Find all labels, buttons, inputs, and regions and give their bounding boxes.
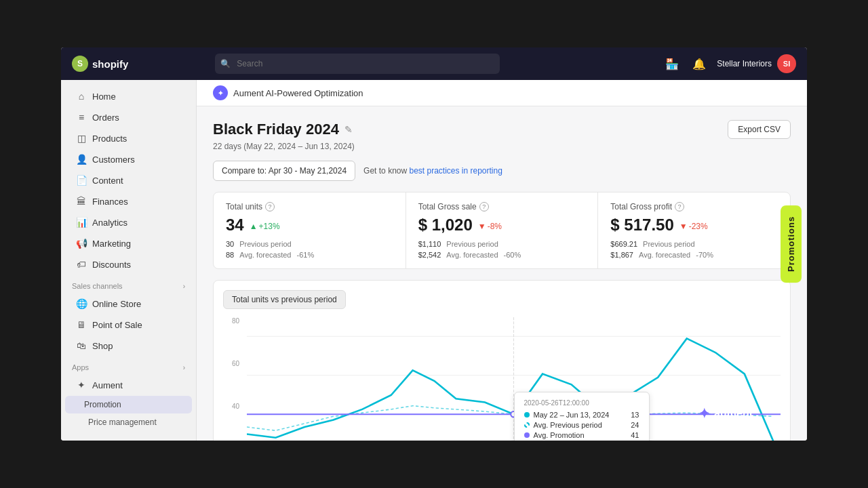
- chart-container: 80 60 40 20: [223, 317, 781, 441]
- sidebar-item-orders[interactable]: ≡ Orders: [65, 107, 192, 127]
- tooltip-value-2: 41: [631, 431, 639, 439]
- page-title-left: Black Friday 2024 ✎: [213, 121, 353, 138]
- shopify-logo: S shopify: [72, 56, 128, 72]
- sidebar-label-content: Content: [92, 176, 123, 186]
- stat-change-gross-profit: ▼ -23%: [679, 222, 708, 231]
- home-icon: ⌂: [76, 91, 87, 102]
- aument-header-bar: ✦ Aument AI-Powered Optimization: [197, 80, 807, 106]
- sidebar-item-customers[interactable]: 👤 Customers: [65, 149, 192, 169]
- user-badge[interactable]: Stellar Interiors SI: [717, 54, 796, 73]
- stat-value-gross-sale: $ 1,020: [418, 216, 473, 235]
- analytics-icon: 📊: [76, 217, 87, 228]
- sidebar-item-home[interactable]: ⌂ Home: [65, 86, 192, 106]
- sidebar-item-products[interactable]: ◫ Products: [65, 128, 192, 148]
- sidebar-item-content[interactable]: 📄 Content: [65, 170, 192, 190]
- sales-channels-label: Sales channels: [72, 282, 123, 290]
- sidebar-label-products: Products: [92, 134, 127, 144]
- stat-detail-gross-profit-forecast: $1,867 Avg. forecasted -70%: [610, 251, 778, 259]
- sidebar-item-finances[interactable]: 🏛 Finances: [65, 191, 192, 211]
- apps-label: Apps: [72, 363, 89, 371]
- promotion-label: Promotion: [84, 400, 121, 409]
- price-management-label: Price management: [88, 418, 157, 427]
- tooltip-row-2: Avg. Promotion 41: [524, 431, 639, 439]
- online-store-icon: 🌐: [76, 298, 87, 309]
- marketing-icon: 📢: [76, 238, 87, 249]
- sidebar-label-online-store: Online Store: [92, 299, 141, 309]
- stat-value-gross-profit: $ 517.50: [610, 216, 673, 235]
- sidebar-label-discounts: Discounts: [92, 260, 131, 270]
- stat-detail-gross-profit-prev: $669.21 Previous period: [610, 240, 778, 248]
- sidebar-item-point-of-sale[interactable]: 🖥 Point of Sale: [65, 314, 192, 335]
- stat-detail-units-prev: 30 Previous period: [226, 240, 393, 248]
- gross-sale-help-icon[interactable]: ?: [479, 202, 489, 211]
- store-icon[interactable]: 🏪: [663, 54, 682, 73]
- sidebar-item-analytics[interactable]: 📊 Analytics: [65, 212, 192, 232]
- aument-header-title: Aument AI-Powered Optimization: [233, 88, 363, 98]
- aument-brand-label: aument: [714, 407, 753, 420]
- sales-channels-expand-icon[interactable]: ›: [183, 283, 185, 290]
- stat-detail-gross-sale-prev: $1,110 Previous period: [418, 240, 586, 248]
- export-csv-button[interactable]: Export CSV: [728, 120, 791, 139]
- compare-bar: Compare to: Apr 30 - May 21,2024 Get to …: [213, 161, 791, 181]
- shopify-logo-icon: S: [72, 56, 88, 72]
- sidebar-label-home: Home: [92, 92, 116, 102]
- sidebar-item-discounts[interactable]: 🏷 Discounts: [65, 254, 192, 274]
- tooltip-dot-2: [524, 432, 530, 438]
- aument-bottom-branding: ✦ aument: [698, 405, 753, 422]
- stat-change-gross-sale: ▼ -8%: [478, 222, 502, 231]
- shop-icon: 🛍: [76, 340, 87, 351]
- stat-card-units: Total units ? 34 ▲ +13%: [214, 192, 406, 268]
- search-bar-wrapper: 🔍: [215, 54, 500, 74]
- edit-title-icon[interactable]: ✎: [344, 124, 353, 135]
- units-help-icon[interactable]: ?: [265, 202, 275, 211]
- search-icon: 🔍: [220, 59, 231, 68]
- aument-star-icon: ✦: [698, 405, 710, 422]
- sidebar-label-aument: Aument: [92, 380, 123, 390]
- best-practices-link[interactable]: best practices in reporting: [409, 166, 502, 176]
- sidebar-label-point-of-sale: Point of Sale: [92, 320, 142, 330]
- date-range-text: 22 days (May 22, 2024 – Jun 13, 2024): [213, 142, 791, 151]
- page-title-row: Black Friday 2024 ✎ Export CSV: [213, 120, 791, 139]
- y-label-60: 60: [232, 360, 239, 367]
- gross-profit-help-icon[interactable]: ?: [675, 202, 684, 211]
- sidebar-item-price-management[interactable]: Price management: [61, 414, 196, 430]
- sidebar-label-customers: Customers: [92, 155, 135, 165]
- sidebar-item-shop[interactable]: 🛍 Shop: [65, 336, 192, 356]
- apps-expand-icon[interactable]: ›: [183, 364, 185, 371]
- tooltip-row-1: Avg. Previous period 24: [524, 421, 639, 429]
- stat-card-gross-profit: Total Gross profit ? $ 517.50 ▼ -23%: [598, 192, 790, 268]
- chart-svg-wrapper: 2020-05-26T12:00:00 May 22 – Jun 13, 202…: [247, 317, 781, 441]
- tooltip-label-2: Avg. Promotion: [534, 431, 585, 439]
- customers-icon: 👤: [76, 154, 87, 165]
- tooltip-row-0: May 22 – Jun 13, 2024 13: [524, 411, 639, 419]
- sidebar-label-shop: Shop: [92, 341, 113, 351]
- aument-icon: ✦: [76, 380, 87, 390]
- finances-icon: 🏛: [76, 196, 87, 207]
- stat-detail-units-forecast: 88 Avg. forecasted -61%: [226, 251, 393, 259]
- sidebar-label-finances: Finances: [92, 197, 128, 207]
- chart-tab-button[interactable]: Total units vs previous period: [223, 290, 346, 309]
- stat-change-units: ▲ +13%: [250, 222, 280, 231]
- compare-button[interactable]: Compare to: Apr 30 - May 21,2024: [213, 161, 355, 181]
- stat-detail-gross-sale-forecast: $2,542 Avg. forecasted -60%: [418, 251, 586, 259]
- notification-icon[interactable]: 🔔: [690, 54, 709, 73]
- sidebar-item-online-store[interactable]: 🌐 Online Store: [65, 293, 192, 314]
- sidebar-item-aument[interactable]: ✦ Aument: [65, 375, 192, 395]
- apps-section: Apps ›: [61, 357, 196, 374]
- chart-header: Total units vs previous period: [223, 290, 781, 309]
- tooltip-dot-1: [524, 422, 530, 428]
- aument-header-icon: ✦: [213, 85, 228, 100]
- tooltip-dot-0: [524, 412, 530, 418]
- tooltip-value-0: 13: [631, 411, 639, 419]
- sidebar-item-marketing[interactable]: 📢 Marketing: [65, 233, 192, 253]
- search-input[interactable]: [215, 54, 500, 74]
- promotions-side-tab[interactable]: Promotions: [781, 205, 802, 283]
- sidebar-label-marketing: Marketing: [92, 239, 131, 249]
- sidebar-item-promotion[interactable]: Promotion: [65, 396, 192, 413]
- sidebar-label-orders: Orders: [92, 113, 119, 123]
- tooltip-value-1: 24: [631, 421, 639, 429]
- stat-card-gross-sale: Total Gross sale ? $ 1,020 ▼ -8%: [406, 192, 599, 268]
- shopify-logo-text: shopify: [92, 58, 128, 70]
- best-practices-text: Get to know best practices in reporting: [363, 166, 502, 176]
- stat-label-gross-sale: Total Gross sale ?: [418, 202, 586, 211]
